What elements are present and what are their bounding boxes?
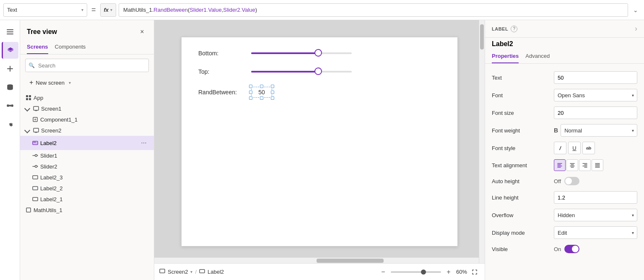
tab-properties[interactable]: Properties <box>492 49 519 63</box>
prop-fontstyle-value: / U ab <box>554 142 637 154</box>
prop-text-input[interactable] <box>554 71 637 84</box>
tree-item-label2-3[interactable]: Label2_3 <box>20 172 154 183</box>
zoom-slider[interactable] <box>391 271 441 273</box>
bottom-slider[interactable] <box>251 52 352 54</box>
zoom-out-button[interactable]: − <box>378 267 388 277</box>
prop-fontweight-select-wrapper: B Normal Bold Semibold ▾ <box>554 124 637 137</box>
slider1-icon <box>32 152 39 159</box>
breadcrumb-component-label[interactable]: Label2 <box>208 269 224 275</box>
tab-components[interactable]: Components <box>55 40 86 54</box>
top-label: Top: <box>198 68 244 75</box>
props-tabs: Properties Advanced <box>485 49 644 64</box>
top-slider[interactable] <box>251 71 352 73</box>
props-help-button[interactable]: ? <box>511 26 517 32</box>
settings-icon[interactable] <box>2 116 18 132</box>
label2-label: Label2 <box>40 140 137 146</box>
tab-screens[interactable]: Screens <box>27 40 48 54</box>
screen1-label: Screen1 <box>41 106 149 112</box>
search-input[interactable] <box>25 59 149 72</box>
formula-prefix: MathUtils_1. <box>123 7 153 13</box>
breadcrumb-screen-label[interactable]: Screen2 <box>168 269 188 275</box>
property-dropdown[interactable]: Text ▾ <box>3 3 87 17</box>
visible-toggle-row: On <box>554 245 579 253</box>
tree-close-button[interactable]: × <box>137 27 147 37</box>
breadcrumb-screen-chevron[interactable]: ▾ <box>190 270 192 274</box>
formula-bar[interactable]: MathUtils_1.RandBetween( Slider1.Value, … <box>119 3 628 17</box>
app-icon <box>25 94 32 101</box>
canvas-hscrollbar[interactable] <box>154 257 479 263</box>
prop-fontsize-input[interactable] <box>554 106 637 119</box>
bottom-slider-fill <box>251 52 317 54</box>
tree-item-label2[interactable]: Label2 ··· <box>20 136 154 150</box>
autoheight-toggle[interactable] <box>564 177 579 185</box>
prop-lineheight-input[interactable] <box>554 191 637 204</box>
zoom-thumb <box>421 270 426 275</box>
text-align-buttons <box>554 159 603 171</box>
svg-rect-9 <box>26 98 28 100</box>
prop-row-visible: Visible On <box>485 241 644 257</box>
bottom-slider-thumb[interactable] <box>314 49 322 57</box>
tree-tabs: Screens Components <box>20 40 154 54</box>
prop-font-select[interactable]: Open Sans <box>554 89 637 101</box>
tree-item-label2-2[interactable]: Label2_2 <box>20 183 154 194</box>
align-center-button[interactable] <box>566 159 578 171</box>
props-panel-expand-button[interactable]: › <box>635 24 637 33</box>
align-justify-button[interactable] <box>592 159 603 171</box>
svg-point-6 <box>9 105 10 106</box>
underline-button[interactable]: U <box>568 142 581 154</box>
tree-item-slider2[interactable]: Slider2 <box>20 161 154 172</box>
prop-visible-value: On <box>554 245 637 253</box>
align-right-button[interactable] <box>579 159 591 171</box>
prop-text-value <box>554 71 637 84</box>
top-slider-thumb[interactable] <box>314 67 322 75</box>
add-icon[interactable] <box>2 60 18 77</box>
tree-item-component1-1[interactable]: Component1_1 <box>20 114 154 125</box>
svg-rect-20 <box>26 208 31 212</box>
layers-icon[interactable] <box>2 42 18 59</box>
tree-item-mathutils-1[interactable]: MathUtils_1 <box>20 205 154 215</box>
tree-item-screen1[interactable]: Screen1 <box>20 103 154 114</box>
icon-bar <box>0 20 20 280</box>
equals-sign: = <box>90 5 98 14</box>
prop-fontweight-select[interactable]: Normal Bold Semibold <box>561 124 637 137</box>
fullscreen-button[interactable] <box>470 267 480 277</box>
canvas-content: Bottom: Top: <box>182 37 457 246</box>
italic-button[interactable]: / <box>554 142 566 154</box>
tab-advanced[interactable]: Advanced <box>525 49 550 63</box>
visible-toggle[interactable] <box>564 245 579 253</box>
formula-close: ) <box>255 7 257 13</box>
label2-more-button[interactable]: ··· <box>139 138 149 148</box>
connections-icon[interactable] <box>2 97 18 114</box>
svg-rect-17 <box>33 176 38 179</box>
svg-rect-8 <box>29 95 31 97</box>
label2-textbox[interactable]: 50 <box>251 87 272 98</box>
props-content: Text Font Open Sans ▾ <box>485 64 644 280</box>
svg-rect-10 <box>29 98 31 100</box>
tree-item-slider1[interactable]: Slider1 <box>20 150 154 161</box>
database-icon[interactable] <box>2 79 18 96</box>
handle-tr <box>271 85 274 88</box>
zoom-value: 60% <box>456 269 467 275</box>
svg-rect-5 <box>11 105 13 106</box>
tree-content: App Screen1 Component1_1 <box>20 91 154 280</box>
formula-p2: Slider2 <box>223 7 240 13</box>
prop-displaymode-select[interactable]: Edit View Disabled <box>554 226 637 239</box>
prop-fontweight-value: B Normal Bold Semibold ▾ <box>554 124 637 137</box>
label2-icon <box>32 140 39 146</box>
new-screen-button[interactable]: + New screen ▾ <box>23 76 151 89</box>
svg-rect-18 <box>33 187 38 190</box>
formula-expand-button[interactable]: ⌄ <box>631 5 641 15</box>
tree-item-app[interactable]: App <box>20 92 154 103</box>
fx-button[interactable]: fx ▾ <box>100 3 117 17</box>
align-left-button[interactable] <box>554 159 566 171</box>
strikethrough-button[interactable]: ab <box>582 142 595 154</box>
tree-item-screen2[interactable]: Screen2 <box>20 125 154 136</box>
prop-overflow-select[interactable]: Hidden Scroll Visible <box>554 209 637 221</box>
new-screen-chevron: ▾ <box>69 80 71 85</box>
canvas-vscrollbar[interactable] <box>479 20 485 263</box>
zoom-in-button[interactable]: + <box>444 267 454 277</box>
prop-fontsize-label: Font size <box>492 110 551 116</box>
prop-row-fontweight: Font weight B Normal Bold Semibold ▾ <box>485 122 644 139</box>
tree-item-label2-1[interactable]: Label2_1 <box>20 194 154 205</box>
hamburger-menu-icon[interactable] <box>2 23 18 40</box>
